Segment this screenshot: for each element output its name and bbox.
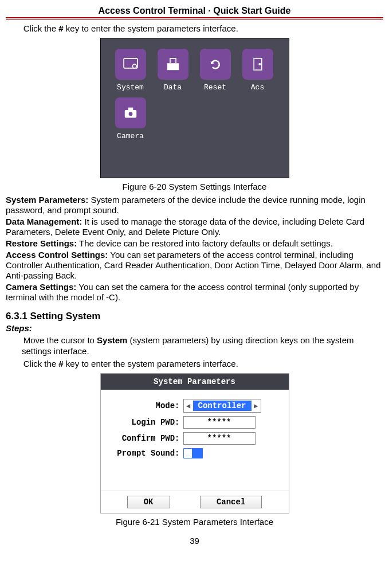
tile-acs[interactable]: Acs <box>239 49 276 92</box>
confirm-pwd-input[interactable]: ***** <box>183 432 256 445</box>
tile-data[interactable]: Data <box>155 49 191 92</box>
page-header-title: Access Control Terminal · Quick Start Gu… <box>6 6 383 17</box>
row-prompt-sound: Prompt Sound: <box>111 448 278 458</box>
header-rule <box>6 17 383 20</box>
prompt-sound-toggle[interactable] <box>183 448 203 458</box>
svg-point-6 <box>128 111 133 116</box>
tile-label: Acs <box>251 83 264 92</box>
form-area: Mode: ◀ Controller ▶ Login PWD: ***** Co… <box>101 390 289 491</box>
figure-1: System Data Reset <box>6 38 383 178</box>
mode-label: Mode: <box>111 401 183 410</box>
refresh-icon <box>200 49 231 80</box>
tile-system[interactable]: System <box>112 49 149 92</box>
dialog-title: System Parameters <box>101 374 289 390</box>
definition-item: System Parameters: System parameters of … <box>6 195 383 215</box>
tile-label: System <box>117 83 144 92</box>
definition-item: Access Control Settings: You can set par… <box>6 250 383 281</box>
door-icon <box>242 49 273 80</box>
step-text-pre: Click the <box>23 23 59 33</box>
figure-2-caption: Figure 6-21 System Parameters Interface <box>6 517 383 527</box>
system-settings-screen: System Data Reset <box>100 38 289 178</box>
button-bar: OK Cancel <box>101 491 289 513</box>
definition-item: Camera Settings: You can set the camera … <box>6 282 383 303</box>
cancel-button[interactable]: Cancel <box>200 496 262 508</box>
row-mode: Mode: ◀ Controller ▶ <box>111 399 278 413</box>
step-item: 2. Click the # key to enter the system p… <box>6 359 383 370</box>
page-number: 39 <box>6 536 383 551</box>
login-pwd-label: Login PWD: <box>111 418 183 427</box>
figure-1-caption: Figure 6-20 System Settings Interface <box>6 182 383 191</box>
step-item: 1. Move the cursor to System (system par… <box>6 335 383 357</box>
svg-point-1 <box>132 64 136 68</box>
intro-step: 2. Click the # key to enter the system p… <box>6 23 383 34</box>
svg-point-4 <box>259 63 261 65</box>
tile-label: Reset <box>204 83 226 92</box>
mode-select[interactable]: ◀ Controller ▶ <box>183 399 261 413</box>
svg-rect-2 <box>167 63 178 70</box>
ok-button[interactable]: OK <box>127 496 170 508</box>
definition-item: Restore Settings: The device can be rest… <box>6 238 383 249</box>
inbox-icon <box>158 49 188 80</box>
svg-rect-0 <box>124 58 137 68</box>
step-text-post: key to enter the system parameters inter… <box>64 23 238 33</box>
row-login-pwd: Login PWD: ***** <box>111 416 278 429</box>
row-confirm-pwd: Confirm PWD: ***** <box>111 432 278 445</box>
tile-camera[interactable]: Camera <box>112 97 149 140</box>
key-name: # <box>58 23 63 33</box>
system-parameters-screen: System Parameters Mode: ◀ Controller ▶ L… <box>100 373 289 513</box>
chevron-left-icon[interactable]: ◀ <box>184 402 193 410</box>
login-pwd-input[interactable]: ***** <box>183 416 256 429</box>
svg-rect-7 <box>128 108 132 109</box>
tile-label: Data <box>164 83 182 92</box>
section-heading: 6.3.1 Setting System <box>6 311 383 322</box>
steps-label: Steps: <box>6 323 383 333</box>
mode-value: Controller <box>193 401 252 411</box>
chevron-right-icon[interactable]: ▶ <box>252 402 261 410</box>
tile-label: Camera <box>117 132 144 140</box>
definition-item: Data Management: It is used to manage th… <box>6 217 383 237</box>
prompt-sound-label: Prompt Sound: <box>111 449 183 458</box>
step-number: 2. <box>6 23 14 34</box>
camera-icon <box>115 97 146 128</box>
figure-2: System Parameters Mode: ◀ Controller ▶ L… <box>6 373 383 513</box>
tile-reset[interactable]: Reset <box>197 49 234 92</box>
monitor-gear-icon <box>115 49 146 80</box>
confirm-pwd-label: Confirm PWD: <box>111 434 183 443</box>
